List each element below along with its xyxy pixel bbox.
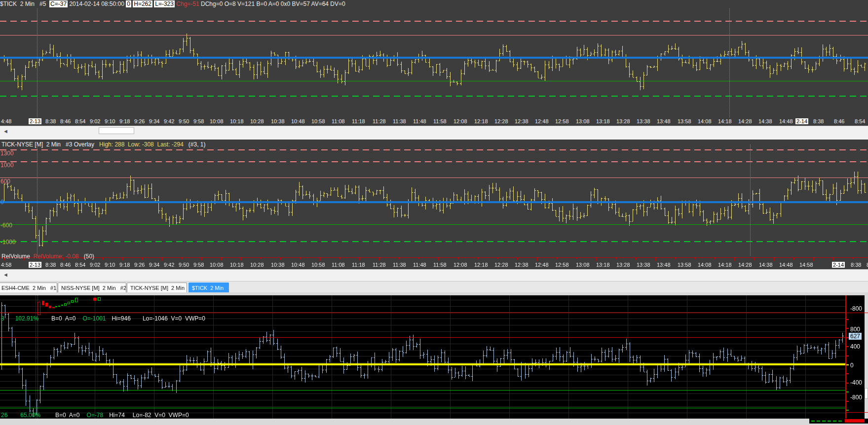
- time-axis-label: 12:48: [535, 118, 549, 124]
- time-axis-label: 11:48: [413, 262, 426, 268]
- chart1-header-segment: $TICK 2 Min #5: [0, 0, 49, 7]
- horizontal-level-line: [0, 201, 868, 203]
- price-scale-label: 600: [0, 178, 10, 185]
- chart3-readout-segment: Hi=74: [109, 412, 125, 419]
- time-axis-label: 14:28: [738, 262, 752, 268]
- time-axis-label: 12:48: [535, 262, 549, 268]
- time-axis-label: 10:18: [230, 262, 244, 268]
- trading-app-window: $TICK 2 Min #5 C=-37 2014-02-14 08:50:00…: [0, 0, 868, 425]
- time-axis-label: 9:34: [149, 262, 159, 268]
- time-axis-label: 8:38: [813, 118, 824, 124]
- chart1-scrollbar-thumb[interactable]: [99, 127, 134, 134]
- price-scale-tick: [846, 346, 849, 347]
- corner-green-dash: [817, 421, 820, 422]
- chart1-header-segment: Chg=-51: [176, 0, 199, 7]
- time-axis-label: 14:18: [718, 262, 732, 268]
- chart3-levels: [0, 295, 868, 419]
- horizontal-level-line: [0, 96, 868, 97]
- time-axis-date-label: 2-13: [29, 118, 41, 124]
- chart3-readout-segment: Lo=-82 V=0 VWP=0: [133, 412, 189, 419]
- time-axis-label: 12:58: [555, 262, 569, 268]
- time-axis-label: 11:38: [393, 262, 406, 268]
- horizontal-level-line: [0, 149, 868, 150]
- chart3-readout-segment: 65.00%: [20, 412, 40, 419]
- time-axis-label: 13:08: [576, 262, 590, 268]
- time-axis-label: 11:38: [393, 118, 406, 124]
- time-axis-label: 9:58: [193, 262, 204, 268]
- chart-tab-3[interactable]: TICK-NYSE [M] 2 Min #3: [127, 283, 187, 292]
- chart1-time-axis: 4:482-138:388:468:549:029:109:189:269:34…: [0, 117, 868, 126]
- chart1-header-segment: 0: [126, 0, 131, 7]
- corner-green-dash: [822, 421, 826, 422]
- chart1-scrollbar[interactable]: ◄: [0, 126, 868, 140]
- chart3-vertical-scrollbar[interactable]: [865, 295, 868, 419]
- chart2-scrollbar[interactable]: ◄: [0, 269, 868, 282]
- relvolume-segment: (50): [79, 253, 94, 260]
- horizontal-level-line: [0, 57, 868, 59]
- time-axis-label: 8:38: [851, 262, 861, 268]
- scroll-left-arrow-icon[interactable]: ◄: [3, 272, 8, 278]
- time-axis-label: 11:48: [413, 118, 426, 124]
- time-axis-label: 13:38: [637, 118, 650, 124]
- chart3-readout-segment: Hi=946: [112, 315, 131, 322]
- chart1-header-segment: H=262: [133, 0, 152, 7]
- horizontal-level-line: [0, 224, 868, 225]
- time-axis-label: 12:38: [515, 118, 528, 124]
- chart-tab-1[interactable]: ESH4-CME 2 Min #1 L:9: [0, 283, 57, 292]
- time-axis-label: 12:08: [453, 262, 467, 268]
- time-axis-label: 11:18: [352, 118, 365, 124]
- chart3-level-line: [0, 337, 845, 338]
- chart1-area[interactable]: [0, 8, 868, 117]
- corner-red-block: [845, 419, 865, 423]
- time-axis-label: 14:28: [738, 118, 752, 124]
- time-axis-label: 9:34: [149, 118, 159, 124]
- time-axis-label: 8:46: [60, 262, 71, 268]
- time-axis-label: 4:58: [1, 262, 11, 268]
- time-axis-label: 8:46: [834, 118, 844, 124]
- chart-tab-2[interactable]: NISS-NYSE [M] 2 Min #2 L:1: [58, 283, 126, 292]
- time-axis-label: 8:46: [60, 118, 71, 124]
- time-axis-label: 11:58: [433, 262, 447, 268]
- scroll-left-arrow-icon[interactable]: ◄: [3, 129, 8, 134]
- horizontal-level-line: [0, 241, 868, 242]
- time-axis-label: 13:58: [678, 262, 691, 268]
- chart-tab-4-active[interactable]: $TICK 2 Min #5: [189, 283, 229, 292]
- chart1-header: $TICK 2 Min #5 C=-37 2014-02-14 08:50:00…: [0, 0, 868, 8]
- time-axis-label: 10:38: [271, 262, 285, 268]
- chart-tab-bar: ESH4-CME 2 Min #1 L:9NISS-NYSE [M] 2 Min…: [0, 281, 868, 293]
- session-separator-line: [37, 8, 38, 117]
- last-price-badge: 627: [849, 333, 862, 340]
- time-axis-label: 12:18: [474, 118, 488, 124]
- time-axis-label: 10:28: [250, 118, 264, 124]
- chart3-vscroll-thumb[interactable]: [865, 388, 868, 399]
- relvolume-segment: RelVolume: [1, 253, 34, 260]
- time-axis-label: 12:28: [494, 262, 508, 268]
- time-axis-label: 9:18: [119, 262, 130, 268]
- time-axis-label: 9:58: [193, 118, 204, 124]
- chart3-readout-segment: B=0 A=0: [51, 315, 75, 322]
- price-scale-label: -800: [850, 394, 862, 401]
- time-axis-label: 11:28: [373, 262, 386, 268]
- time-axis-label: 12:58: [555, 118, 569, 124]
- chart1-header-segment: 2014-02-14 08:50:00: [68, 0, 126, 7]
- price-scale-tick: [846, 319, 849, 320]
- horizontal-level-line: [0, 161, 868, 162]
- chart3-readout-segment: 26: [1, 412, 7, 419]
- window-bottom-strip: [0, 419, 868, 425]
- time-axis-label: 10:58: [311, 118, 325, 124]
- chart1-header-segment: C=-37: [49, 0, 68, 7]
- chart3-readout-segment: 102.91%: [15, 315, 38, 322]
- time-axis-label: 11:58: [433, 118, 447, 124]
- time-axis-label: 9:26: [134, 262, 145, 268]
- price-scale-label: -1000: [0, 239, 16, 246]
- time-axis-label: 11:08: [332, 118, 345, 124]
- chart3-readout-segment: 8: [1, 315, 4, 322]
- price-scale-tick: [846, 373, 849, 374]
- time-axis-label: 10:28: [250, 262, 264, 268]
- time-axis-date-label: 2-14: [832, 262, 845, 268]
- chart1-header-segment: DChg=0 O=8 V=121 B=0 A=0 0x0 BV=57 AV=64…: [199, 0, 345, 7]
- time-axis-label: 9:10: [105, 262, 115, 268]
- chart3-bottom-readout: 2665.00%B=0 A=0O=-78Hi=74Lo=-82 V=0 VWP=…: [0, 412, 189, 419]
- panel-bottom-chart[interactable]: 8102.91%B=0 A=0O=-1001Hi=946Lo=-1046 V=0…: [0, 295, 868, 419]
- chart2-levels: 130010006000-600-1000: [0, 140, 868, 261]
